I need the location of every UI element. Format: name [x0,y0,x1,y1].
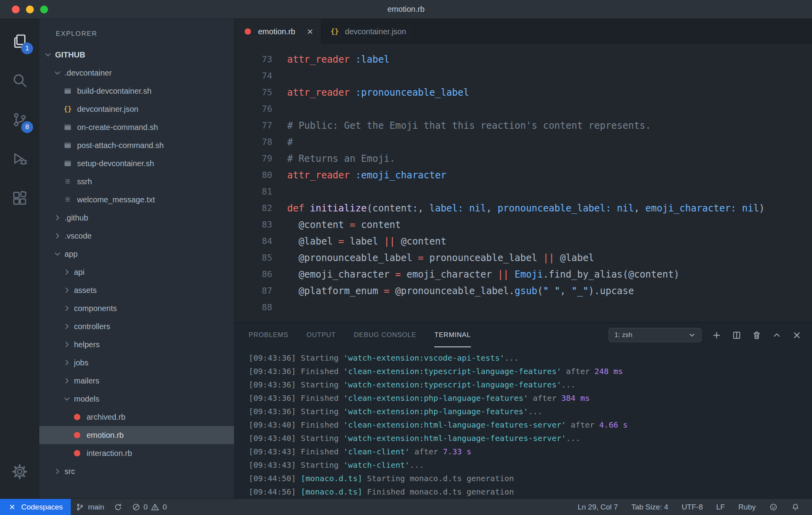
panel-tab-problems[interactable]: PROBLEMS [249,323,288,347]
panel-tab-output[interactable]: OUTPUT [306,323,336,347]
chevron-right-icon [63,286,71,294]
tab-devcontainer.json[interactable]: {}devcontainer.json [321,19,415,44]
extensions-icon [11,190,28,207]
split-terminal-button[interactable] [732,330,742,340]
close-window-button[interactable] [12,6,20,13]
chevron-down-icon [63,395,71,403]
codespaces-icon [8,503,17,511]
file-emotion.rb[interactable]: emotion.rb [39,426,234,444]
activitybar-item-extensions[interactable] [0,179,39,218]
code-line-79: 79# Returns an Emoji. [234,150,812,167]
tree-item-label: .vscode [65,232,92,241]
folder-components[interactable]: components [39,299,234,317]
code-editor[interactable]: 73attr_reader :label7475attr_reader :pro… [234,44,812,322]
activitybar-item-run-debug[interactable] [0,139,39,179]
line-number: 85 [234,250,272,266]
branch-status[interactable]: main [71,499,109,515]
line-number: 81 [234,183,272,200]
statusbar-eol[interactable]: LF [709,499,731,515]
folder-controllers[interactable]: controllers [39,317,234,335]
chevron-right-icon [54,232,61,240]
code-line-88: 88 [234,299,812,316]
tree-root-github[interactable]: GITHUB [39,46,234,64]
terminal-line: [09:44:56] [monaco.d.ts] Finished monaco… [249,485,812,498]
file-archived.rb[interactable]: archived.rb [39,408,234,426]
code-text: # Returns an Emoji. [272,150,395,167]
statusbar-indentation[interactable]: Tab Size: 4 [625,499,675,515]
chevron-right-icon [63,322,71,330]
code-line-83: 83 @content = content [234,217,812,233]
folder-.vscode[interactable]: .vscode [39,227,234,245]
folder-jobs[interactable]: jobs [39,354,234,372]
codespaces-status[interactable]: Codespaces [0,499,71,515]
folder-.devcontainer[interactable]: .devcontainer [39,64,234,82]
warnings-count: 0 [162,503,167,511]
folder-api[interactable]: api [39,263,234,281]
line-number: 75 [234,84,272,101]
terminal-line: [09:43:36] Starting 'watch-extension:typ… [249,378,812,391]
tree-item-label: app [65,250,78,259]
terminal-line: [09:43:36] Starting 'watch-extension:php… [249,405,812,418]
maximize-panel-button[interactable] [772,330,782,340]
chevron-right-icon [63,304,71,312]
code-line-74: 74 [234,68,812,84]
terminal-output[interactable]: [09:43:36] Starting 'watch-extension:vsc… [234,347,812,498]
file-on-create-command.sh[interactable]: on-create-command.sh [39,118,234,136]
line-number: 86 [234,266,272,283]
tree-item-label: helpers [74,340,100,349]
code-line-86: 86 @emoji_character = emoji_character ||… [234,266,812,283]
activitybar-item-source-control[interactable]: 8 [0,100,39,139]
close-panel-button[interactable] [792,330,802,340]
statusbar-feedback[interactable] [762,499,784,515]
chevron-down-icon [54,69,61,77]
run-debug-icon [11,151,28,167]
sync-button[interactable] [109,499,127,515]
folder-mailers[interactable]: mailers [39,372,234,390]
file-setup-devcontainer.sh[interactable]: setup-devcontainer.sh [39,154,234,172]
folder-src[interactable]: src [39,462,234,480]
activitybar-item-search[interactable] [0,61,39,100]
ruby-file-icon [72,448,82,458]
codespaces-label: Codespaces [21,503,63,511]
terminal-line: [09:44:50] [monaco.d.ts] Starting monaco… [249,472,812,485]
folder-helpers[interactable]: helpers [39,335,234,354]
close-icon[interactable]: × [307,26,313,37]
file-welcome_message.txt[interactable]: ≡welcome_message.txt [39,191,234,209]
tree-item-label: .devcontainer [65,69,112,78]
folder-app[interactable]: app [39,245,234,263]
statusbar-right: Ln 29, Col 7Tab Size: 4UTF-8LFRuby [571,499,812,515]
file-build-devcontainer.sh[interactable]: build-devcontainer.sh [39,82,234,100]
line-number: 82 [234,200,272,217]
folder-models[interactable]: models [39,390,234,408]
panel-tab-debug-console[interactable]: DEBUG CONSOLE [354,323,417,347]
file-devcontainer.json[interactable]: {}devcontainer.json [39,100,234,118]
activitybar-item-settings[interactable] [0,452,39,491]
line-number: 77 [234,117,272,134]
statusbar-language-mode[interactable]: Ruby [732,499,762,515]
file-ssrh[interactable]: ≡ssrh [39,172,234,191]
folder-.github[interactable]: .github [39,209,234,227]
folder-assets[interactable]: assets [39,281,234,299]
kill-terminal-button[interactable] [752,330,762,340]
titlebar: emotion.rb [0,0,812,19]
terminal-selector[interactable]: 1: zsh [609,328,701,342]
minimize-window-button[interactable] [26,6,34,13]
file-tree: .devcontainerbuild-devcontainer.sh{}devc… [39,64,234,498]
activitybar-item-explorer[interactable]: 1 [0,21,39,61]
code-text: @label = label || @content [272,233,447,250]
zoom-window-button[interactable] [40,6,48,13]
problems-status[interactable]: 0 0 [127,499,172,515]
panel-tab-terminal[interactable]: TERMINAL [434,323,471,347]
statusbar-cursor-position[interactable]: Ln 29, Col 7 [571,499,624,515]
explorer-header: EXPLORER [39,19,234,46]
statusbar-encoding[interactable]: UTF-8 [675,499,710,515]
file-interaction.rb[interactable]: interaction.rb [39,444,234,462]
tab-emotion.rb[interactable]: emotion.rb× [234,19,321,44]
file-post-attach-command.sh[interactable]: post-attach-command.sh [39,136,234,154]
bell-icon [791,503,800,511]
tree-item-label: mailers [74,376,99,385]
ruby-file-icon [243,27,253,36]
bottom-panel: PROBLEMSOUTPUTDEBUG CONSOLETERMINAL 1: z… [234,322,812,498]
new-terminal-button[interactable] [712,330,722,340]
statusbar-notifications[interactable] [784,499,806,515]
